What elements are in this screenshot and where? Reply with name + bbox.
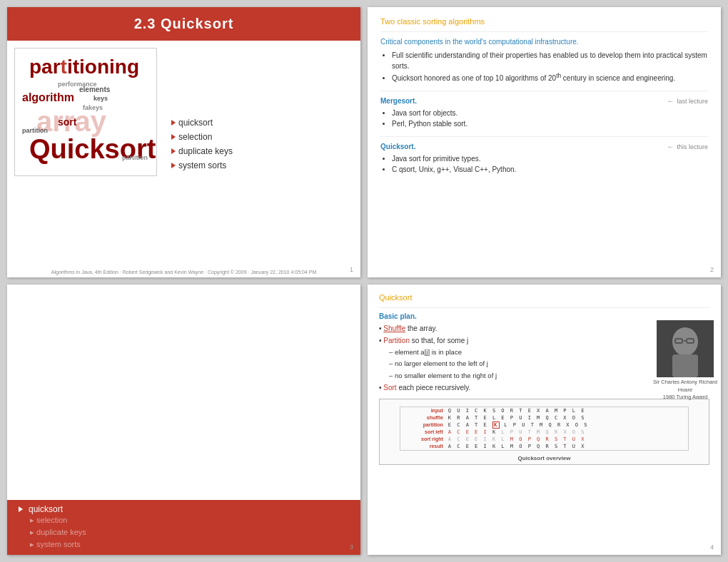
quicksort-bullet-2: C qsort, Unix, g++, Visual C++, Python.: [392, 164, 708, 175]
cells-input: Q U I C K S O R T E X A M P L E: [446, 407, 688, 414]
mergesort-section: Mergesort. ← last lecture Java sort for …: [380, 97, 708, 129]
arrow-icon: [171, 120, 176, 126]
row-result: result A C E E I K L M O P Q R S T U X: [400, 443, 688, 451]
bullet-1: Full scientific understanding of their p…: [392, 50, 708, 71]
overview-container: input Q U I C K S O R T E X A M P L E sh…: [379, 399, 709, 465]
slide-3: quicksort ▸ selection ▸ duplicate keys ▸…: [7, 285, 360, 555]
shuffle-text: Shuffle: [383, 325, 405, 332]
quicksort-title: Quicksort.: [380, 143, 708, 150]
slide2-bullets1: Full scientific understanding of their p…: [380, 50, 708, 83]
label-result: result: [400, 443, 446, 451]
svg-rect-2: [672, 354, 698, 377]
slide-1: 2.3 Quicksort partitioning elements perf…: [7, 7, 360, 277]
label-sort-left: sort left: [400, 429, 446, 436]
quicksort-section: Quicksort. ← this lecture Java sort for …: [380, 143, 708, 175]
menu-active-quicksort: quicksort: [19, 504, 349, 514]
slide-4: Quicksort Sir Charles Antony Richard Hoa…: [368, 285, 721, 555]
mergesort-annotation-label: last lecture: [677, 98, 708, 105]
label-input: input: [400, 407, 446, 414]
menu-active-label: quicksort: [29, 504, 63, 514]
cells-sort-right: A C E E I K L M O P Q R S T U X: [446, 436, 688, 443]
mergesort-bullet-2: Perl, Python stable sort.: [392, 118, 708, 129]
mergesort-bullet-1: Java sort for objects.: [392, 108, 708, 118]
bullet-2: Quicksort honored as one of top 10 algor…: [392, 71, 708, 83]
mergesort-bullets: Java sort for objects. Perl, Python stab…: [380, 108, 708, 129]
overview-caption: Quicksort overview: [384, 455, 704, 461]
quicksort-bullets: Java sort for primitive types. C qsort, …: [380, 153, 708, 175]
menu-system-sorts-label: system sorts: [178, 160, 226, 170]
wc-sort: sort: [58, 116, 76, 128]
row-input: input Q U I C K S O R T E X A M P L E: [400, 407, 688, 414]
wc-performance: performance: [58, 81, 97, 88]
menu-system-sorts: system sorts: [171, 160, 233, 170]
wc-partition2: partition: [122, 154, 148, 161]
label-shuffle: shuffle: [400, 414, 446, 422]
menu-selection: selection: [171, 132, 233, 142]
quicksort-bullet-1: Java sort for primitive types.: [392, 153, 708, 164]
slide3-pagenum: 3: [350, 543, 353, 551]
basic-plan-label: Basic plan.: [379, 312, 709, 320]
row-sort-left: sort left A C E E I K L P U T M Q R X O …: [400, 429, 688, 436]
wc-algorithm: algorithm: [22, 91, 74, 104]
slide4-pagenum: 4: [710, 543, 714, 551]
menu-inactive-duplicate: ▸ duplicate keys: [19, 526, 349, 538]
menu-duplicate-keys-label: duplicate keys: [178, 146, 233, 156]
arrow-icon: [171, 163, 176, 168]
quicksort-annotation: ← this lecture: [667, 143, 708, 150]
slide1-footer: Algorithms in Java, 4th Edition · Robert…: [7, 270, 360, 275]
arrow-active-icon: [19, 506, 23, 512]
slide2-pagenum: 2: [710, 266, 714, 273]
row-partition: partition E C A T E K L P U T M Q R X O …: [400, 422, 688, 429]
mergesort-annotation: ← last lecture: [667, 97, 708, 105]
hoare-portrait: [657, 320, 714, 377]
sort-text: Sort: [383, 384, 396, 392]
menu-inactive-selection: ▸ selection: [19, 514, 349, 526]
menu-quicksort-label: quicksort: [178, 118, 213, 128]
label-sort-right: sort right: [400, 436, 446, 443]
row-shuffle: shuffle K R A T E L E P U I M Q C X O S: [400, 414, 688, 422]
arrow-icon: [171, 148, 176, 154]
cells-partition: E C A T E K L P U T M Q R X O S: [446, 422, 688, 429]
slide1-body: partitioning elements performance algori…: [7, 41, 360, 247]
cells-result: A C E E I K L M O P Q R S T U X: [446, 443, 688, 451]
slide-2: Two classic sorting algorithms Critical …: [368, 7, 721, 277]
cells-sort-left: A C E E I K L P U T M Q R X O S: [446, 429, 688, 436]
wc-partition: partition: [22, 127, 48, 134]
cells-shuffle: K R A T E L E P U I M Q C X O S: [446, 414, 688, 422]
menu-inactive-system: ▸ system sorts: [19, 538, 349, 551]
wordcloud: partitioning elements performance algori…: [14, 48, 157, 176]
row-sort-right: sort right A C E E I K L M O P Q R S T U…: [400, 436, 688, 443]
arrow-icon: [171, 134, 176, 140]
slide1-title: 2.3 Quicksort: [134, 16, 234, 31]
label-partition: partition: [400, 422, 446, 429]
partition-text: Partition: [383, 337, 410, 344]
slide1-header: 2.3 Quicksort: [7, 7, 360, 41]
menu-quicksort: quicksort: [171, 118, 233, 128]
slide2-critical: Critical components in the world's compu…: [380, 38, 708, 46]
slide3-content: [7, 285, 360, 500]
mergesort-title: Mergesort.: [380, 97, 708, 105]
slide1-pagenum: 1: [350, 266, 353, 273]
wc-partitioning: partitioning: [29, 56, 139, 78]
slide4-title: Quicksort: [379, 293, 709, 302]
slide3-bottom: quicksort ▸ selection ▸ duplicate keys ▸…: [7, 500, 360, 555]
hoare-caption: Sir Charles Antony Richard Hoare1980 Tur…: [649, 379, 721, 402]
menu-selection-label: selection: [178, 132, 212, 142]
slide1-menu: quicksort selection duplicate keys syste…: [157, 48, 233, 240]
overview-table: input Q U I C K S O R T E X A M P L E sh…: [400, 407, 688, 451]
menu-duplicate-keys: duplicate keys: [171, 146, 233, 156]
caption-text: Sir Charles Antony Richard Hoare1980 Tur…: [653, 379, 717, 400]
quicksort-annotation-label: this lecture: [677, 143, 708, 150]
wc-keys: keys: [93, 95, 108, 102]
slide2-title: Two classic sorting algorithms: [380, 17, 708, 26]
